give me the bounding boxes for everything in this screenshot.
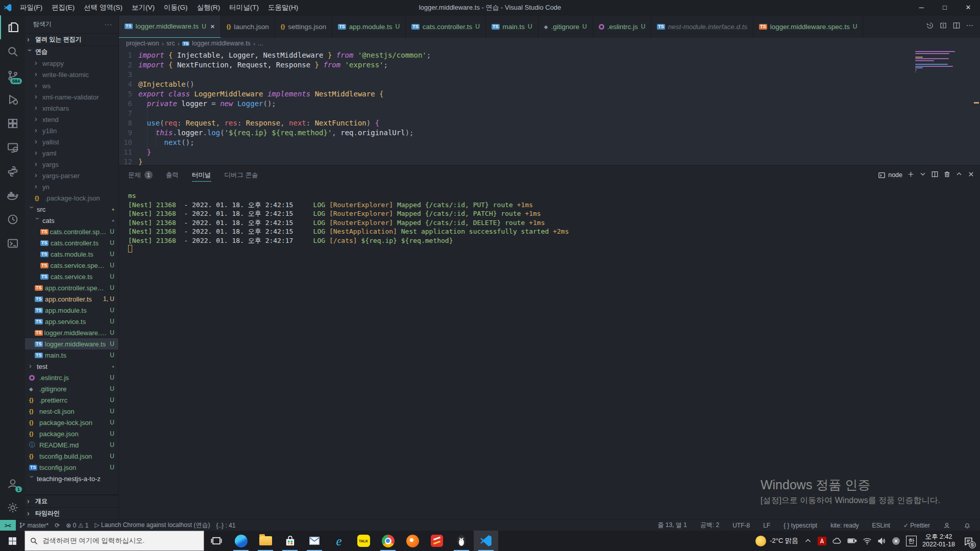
more-actions-icon[interactable]: ···	[105, 21, 112, 28]
tree-item-write-file-atomic[interactable]: ›write-file-atomic	[25, 69, 118, 80]
menu-h[interactable]: 도움말(H)	[263, 0, 303, 15]
panel-tab-터미널[interactable]: 터미널	[192, 166, 211, 184]
taskbar-recorder-icon[interactable]	[400, 531, 425, 551]
status-kite-status[interactable]: kite: ready	[827, 520, 862, 531]
taskbar-weather[interactable]: -2°C 맑음	[755, 536, 798, 546]
start-button[interactable]	[0, 531, 24, 551]
tree-item-app.controller.ts[interactable]: TSapp.controller.ts1, U	[25, 293, 118, 305]
tab-launch.json[interactable]: {}launch.json	[221, 15, 275, 38]
menu-v[interactable]: 보기(V)	[127, 0, 159, 15]
window-maximize-button[interactable]: □	[933, 0, 957, 15]
breadcrumb-item[interactable]: logger.middleware.ts	[192, 40, 251, 47]
status-language-mode[interactable]: { } typescript	[780, 520, 820, 531]
activity-explorer[interactable]	[0, 15, 25, 39]
menu-e[interactable]: 편집(E)	[47, 0, 79, 15]
tree-item-yaml[interactable]: ›yaml	[25, 147, 118, 159]
tray-wifi-icon[interactable]	[863, 537, 872, 545]
taskbar-kakaotalk-icon[interactable]	[351, 531, 376, 551]
tray-onedrive-icon[interactable]	[832, 537, 842, 545]
history-icon[interactable]	[926, 21, 934, 32]
status-indentation[interactable]: 공백: 2	[697, 520, 722, 531]
tab-cats.controller.ts[interactable]: TScats.controller.tsU	[406, 15, 486, 38]
tree-item-src[interactable]: ›src●	[25, 204, 118, 215]
tray-eject-icon[interactable]	[892, 537, 900, 545]
tree-item-wrappy[interactable]: ›wrappy	[25, 58, 118, 69]
tree-item-package.json[interactable]: {}package.jsonU	[25, 428, 118, 439]
section-개요[interactable]: ›개요	[25, 495, 118, 507]
activity-search[interactable]	[0, 39, 25, 63]
panel-tab-출력[interactable]: 출력	[166, 166, 179, 184]
tray-volume-icon[interactable]	[877, 537, 886, 545]
chevron-down-icon[interactable]	[919, 170, 926, 180]
tree-item-ws[interactable]: ›ws	[25, 80, 118, 91]
taskbar-clock[interactable]: 오후 2:42 2022-01-18	[922, 533, 955, 548]
taskbar-internet-explorer-icon[interactable]: e	[327, 531, 351, 551]
tree-item-teaching-nestjs-a-to-z[interactable]: ›teaching-nestjs-a-to-z	[25, 473, 118, 484]
section-workspace[interactable]: › 연습	[25, 45, 118, 58]
code-editor[interactable]: 1import { Injectable, Logger, NestMiddle…	[119, 49, 980, 165]
tree-item-cats.service.ts[interactable]: TScats.service.tsU	[25, 271, 118, 282]
status-eslint-status[interactable]: ESLint	[869, 520, 893, 531]
tree-item-nest-cli.json[interactable]: {}nest-cli.jsonU	[25, 406, 118, 417]
tree-item-README.md[interactable]: ⓘREADME.mdU	[25, 439, 118, 450]
tab-.eslintrc.js[interactable]: .eslintrc.jsU	[593, 15, 652, 38]
tree-item-xtend[interactable]: ›xtend	[25, 114, 118, 125]
tab-nest-module.interface.d.ts[interactable]: TSnest-module.interface.d.ts	[651, 15, 753, 38]
activity-remote-explorer[interactable]	[0, 135, 25, 159]
menu-s[interactable]: 선택 영역(S)	[79, 0, 127, 15]
status-git-branch[interactable]: master*	[16, 520, 52, 531]
tree-item-.eslintrc.js[interactable]: .eslintrc.jsU	[25, 372, 118, 383]
notification-center-button[interactable]: 5	[961, 531, 976, 551]
status-prettier-status[interactable]: ✓ Prettier	[900, 520, 933, 531]
tree-item-tsconfig.build.json[interactable]: {}tsconfig.build.jsonU	[25, 450, 118, 462]
tray-adobe-icon[interactable]	[818, 537, 826, 545]
tree-item-.package-lock.json[interactable]: {}.package-lock.json	[25, 192, 118, 204]
tree-item-.prettierrc[interactable]: {}.prettierrcU	[25, 394, 118, 406]
tree-item-xml-name-validator[interactable]: ›xml-name-validator	[25, 91, 118, 103]
breadcrumb-item[interactable]: ...	[258, 40, 263, 47]
tree-item-yn[interactable]: ›yn	[25, 181, 118, 192]
open-changes-icon[interactable]	[939, 21, 947, 32]
tab-app.module.ts[interactable]: TSapp.module.tsU	[332, 15, 406, 38]
taskbar-security-tool-icon[interactable]	[425, 531, 449, 551]
tree-item-cats.module.ts[interactable]: TScats.module.tsU	[25, 248, 118, 260]
tab-logger.middleware.ts[interactable]: TSlogger.middleware.tsU×	[119, 15, 221, 38]
taskbar-vscode-icon[interactable]	[474, 531, 498, 551]
plus-icon[interactable]	[907, 170, 915, 180]
status-notifications[interactable]	[961, 520, 974, 531]
section-open-editors[interactable]: › 열려 있는 편집기	[25, 33, 118, 45]
tree-item-yargs[interactable]: ›yargs	[25, 159, 118, 170]
menu-f[interactable]: 파일(F)	[15, 0, 47, 15]
breadcrumb-item[interactable]: project-won	[126, 40, 159, 47]
tab-.gitignore[interactable]: ◆.gitignoreU	[538, 15, 593, 38]
trash-icon[interactable]	[943, 170, 951, 180]
close-icon[interactable]: ×	[210, 22, 215, 31]
activity-extensions[interactable]	[0, 111, 25, 135]
window-minimize-button[interactable]: ─	[910, 0, 933, 15]
status-feedback[interactable]	[940, 520, 953, 531]
menu-r[interactable]: 실행(R)	[192, 0, 225, 15]
tree-item-app.module.ts[interactable]: TSapp.module.tsU	[25, 305, 118, 316]
more-actions-icon[interactable]	[966, 21, 974, 32]
taskbar-penguin-app-icon[interactable]	[449, 531, 474, 551]
panel-tab-문제[interactable]: 문제1	[128, 166, 153, 184]
tree-item-app.service.ts[interactable]: TSapp.service.tsU	[25, 316, 118, 327]
taskbar-task-view-icon[interactable]	[204, 531, 229, 551]
tree-item-main.ts[interactable]: TSmain.tsU	[25, 349, 118, 361]
ime-korean-indicator[interactable]: 한	[906, 536, 917, 546]
tree-item-cats.service.spec.ts[interactable]: TScats.service.spec.tsU	[25, 260, 118, 271]
split-panel-icon[interactable]	[931, 170, 939, 180]
tree-item-logger.middleware.spec.ts[interactable]: TSlogger.middleware.spec.tsU	[25, 327, 118, 338]
status-encoding[interactable]: UTF-8	[729, 520, 753, 531]
activity-powershell[interactable]	[0, 231, 25, 255]
status-sync[interactable]: ⟳	[52, 520, 63, 531]
status-remote[interactable]: ><	[0, 520, 16, 531]
tree-item-y18n[interactable]: ›y18n	[25, 125, 118, 136]
menu-g[interactable]: 이동(G)	[159, 0, 192, 15]
menu-t[interactable]: 터미널(T)	[225, 0, 263, 15]
close-icon[interactable]	[967, 170, 975, 180]
tab-logger.middleware.spec.ts[interactable]: TSlogger.middleware.spec.tsU	[753, 15, 863, 38]
chevron-up-icon[interactable]	[955, 170, 963, 180]
tree-item-xmlchars[interactable]: ›xmlchars	[25, 103, 118, 114]
window-close-button[interactable]: ✕	[957, 0, 980, 15]
